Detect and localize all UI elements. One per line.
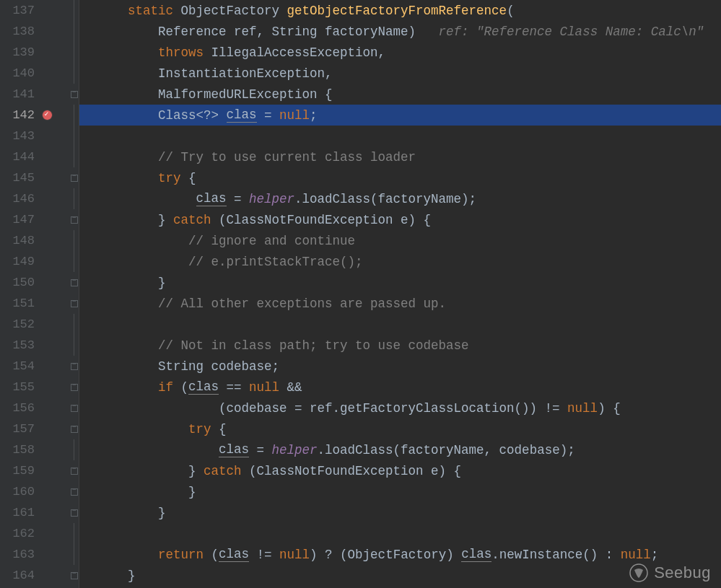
fold-slot[interactable]	[69, 146, 79, 167]
gutter-line[interactable]: 139	[0, 42, 69, 63]
fold-slot[interactable]	[69, 418, 79, 439]
gutter-line[interactable]: 150	[0, 272, 69, 293]
gutter-line[interactable]: 143	[0, 126, 69, 146]
code-line[interactable]: if (clas == null &&	[79, 377, 721, 398]
code-line[interactable]: // ignore and continue	[79, 230, 721, 251]
code-line[interactable]: try {	[79, 418, 721, 439]
gutter-line[interactable]: 161	[0, 502, 69, 523]
fold-slot[interactable]	[69, 42, 79, 63]
code-line[interactable]: MalformedURLException {	[79, 84, 721, 105]
code-line[interactable]: clas = helper.loadClass(factoryName);	[79, 188, 721, 209]
fold-slot[interactable]	[69, 167, 79, 188]
fold-toggle-icon[interactable]	[71, 426, 78, 433]
gutter-line[interactable]: 142	[0, 105, 69, 126]
fold-toggle-icon[interactable]	[71, 279, 78, 286]
gutter-line[interactable]: 146	[0, 188, 69, 209]
fold-slot[interactable]	[69, 523, 79, 544]
fold-slot[interactable]	[69, 544, 79, 565]
fold-slot[interactable]	[69, 188, 79, 209]
gutter-line[interactable]: 138	[0, 21, 69, 42]
fold-toggle-icon[interactable]	[71, 175, 78, 182]
fold-toggle-icon[interactable]	[71, 363, 78, 370]
fold-slot[interactable]	[69, 251, 79, 272]
gutter-line[interactable]: 152	[0, 314, 69, 335]
fold-slot[interactable]	[69, 293, 79, 314]
code-line[interactable]	[79, 126, 721, 146]
gutter-line[interactable]: 151	[0, 293, 69, 314]
gutter-line[interactable]: 140	[0, 63, 69, 84]
fold-slot[interactable]	[69, 230, 79, 251]
gutter-line[interactable]: 164	[0, 565, 69, 586]
fold-bar[interactable]	[69, 0, 79, 588]
code-line[interactable]: InstantiationException,	[79, 63, 721, 84]
code-line[interactable]: static ObjectFactory getObjectFactoryFro…	[79, 0, 721, 21]
code-area[interactable]: static ObjectFactory getObjectFactoryFro…	[79, 0, 721, 588]
code-line[interactable]: clas = helper.loadClass(factoryName, cod…	[79, 439, 721, 460]
gutter-line[interactable]: 159	[0, 460, 69, 481]
code-line[interactable]: }	[79, 272, 721, 293]
fold-slot[interactable]	[69, 105, 79, 126]
line-number-gutter[interactable]: 1371381391401411421431441451461471481491…	[0, 0, 69, 588]
fold-slot[interactable]	[69, 84, 79, 105]
gutter-line[interactable]: 163	[0, 544, 69, 565]
gutter-line[interactable]: 157	[0, 418, 69, 439]
code-line[interactable]: // Not in class path; try to use codebas…	[79, 335, 721, 356]
fold-slot[interactable]	[69, 314, 79, 335]
code-line[interactable]: } catch (ClassNotFoundException e) {	[79, 209, 721, 230]
gutter-line[interactable]: 149	[0, 251, 69, 272]
fold-slot[interactable]	[69, 21, 79, 42]
code-line[interactable]: String codebase;	[79, 356, 721, 377]
code-editor[interactable]: 1371381391401411421431441451461471481491…	[0, 0, 721, 588]
code-line[interactable]: }	[79, 481, 721, 502]
fold-toggle-icon[interactable]	[71, 405, 78, 412]
gutter-line[interactable]: 154	[0, 356, 69, 377]
fold-slot[interactable]	[69, 398, 79, 418]
code-line[interactable]: } catch (ClassNotFoundException e) {	[79, 460, 721, 481]
gutter-line[interactable]: 148	[0, 230, 69, 251]
code-line[interactable]: Reference ref, String factoryName) ref: …	[79, 21, 721, 42]
fold-slot[interactable]	[69, 481, 79, 502]
fold-toggle-icon[interactable]	[71, 216, 78, 224]
fold-toggle-icon[interactable]	[71, 488, 78, 496]
gutter-line[interactable]: 162	[0, 523, 69, 544]
fold-slot[interactable]	[69, 460, 79, 481]
breakpoint-icon[interactable]	[42, 110, 53, 120]
gutter-line[interactable]: 144	[0, 146, 69, 167]
gutter-line[interactable]: 160	[0, 481, 69, 502]
fold-slot[interactable]	[69, 502, 79, 523]
code-line[interactable]	[79, 523, 721, 544]
code-line[interactable]: // e.printStackTrace();	[79, 251, 721, 272]
fold-slot[interactable]	[69, 377, 79, 398]
code-line[interactable]: }	[79, 502, 721, 523]
gutter-line[interactable]: 155	[0, 377, 69, 398]
code-line[interactable]: // Try to use current class loader	[79, 146, 721, 167]
fold-toggle-icon[interactable]	[71, 91, 78, 98]
code-line[interactable]: (codebase = ref.getFactoryClassLocation(…	[79, 398, 721, 418]
fold-toggle-icon[interactable]	[71, 384, 78, 391]
fold-toggle-icon[interactable]	[71, 509, 78, 517]
fold-slot[interactable]	[69, 272, 79, 293]
fold-slot[interactable]	[69, 565, 79, 586]
gutter-line[interactable]: 153	[0, 335, 69, 356]
code-line[interactable]: }	[79, 565, 721, 586]
fold-slot[interactable]	[69, 335, 79, 356]
fold-toggle-icon[interactable]	[71, 468, 78, 475]
fold-slot[interactable]	[69, 209, 79, 230]
code-line[interactable]: try {	[79, 167, 721, 188]
fold-slot[interactable]	[69, 439, 79, 460]
gutter-line[interactable]: 145	[0, 167, 69, 188]
fold-toggle-icon[interactable]	[71, 300, 78, 307]
code-line[interactable]: throws IllegalAccessException,	[79, 42, 721, 63]
breakpoint-slot[interactable]	[38, 110, 56, 120]
code-line[interactable]: return (clas != null) ? (ObjectFactory) …	[79, 544, 721, 565]
code-line[interactable]: Class<?> clas = null;	[79, 105, 721, 126]
code-line[interactable]	[79, 314, 721, 335]
gutter-line[interactable]: 137	[0, 0, 69, 21]
fold-slot[interactable]	[69, 356, 79, 377]
fold-slot[interactable]	[69, 63, 79, 84]
fold-slot[interactable]	[69, 0, 79, 21]
code-line[interactable]: // All other exceptions are passed up.	[79, 293, 721, 314]
gutter-line[interactable]: 141	[0, 84, 69, 105]
fold-toggle-icon[interactable]	[71, 572, 78, 579]
gutter-line[interactable]: 158	[0, 439, 69, 460]
